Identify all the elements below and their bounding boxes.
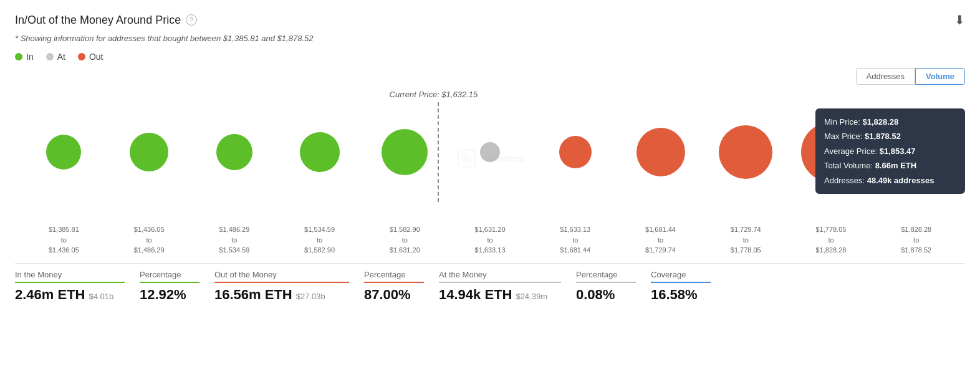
stat-pct-at: Percentage 0.08% [576,270,651,303]
legend-dot-in [15,53,22,60]
bubble-col-2 [191,134,277,170]
stat-underline-in [15,282,125,283]
bubble-3 [300,132,340,172]
bubble-col-0 [21,135,107,170]
stat-value-pct-out: 87.00% [364,287,424,303]
stat-value-in: 2.46m ETH $4.01b [15,287,125,303]
stat-label-out: Out of the Money [214,270,349,279]
stat-label-at: At the Money [439,270,561,279]
tooltip-box: Min Price: $1,828.28 Max Price: $1,878.5… [815,108,965,194]
stat-coverage: Coverage 16.58% [651,270,726,303]
labels-row: $1,385.81 to $1,436.05 $1,436.05 to $1,4… [15,224,965,256]
stat-value-coverage: 16.58% [651,287,711,303]
bubble-4 [382,129,428,175]
stats-row: In the Money 2.46m ETH $4.01b Percentage… [15,270,965,303]
label-col-6: $1,633.13 to $1,681.44 [532,224,618,256]
legend-dot-at [46,53,54,60]
bubble-0 [46,135,81,170]
stat-pct-out: Percentage 87.00% [364,270,439,303]
tooltip-max-price: Max Price: $1,878.52 [824,129,956,143]
chart-title: In/Out of the Money Around Price [15,14,181,27]
label-col-7: $1,681.44 to $1,729.74 [618,224,703,256]
legend-label-out: Out [89,52,103,62]
current-price-label: Current Price: $1,632.15 [390,90,478,99]
main-container: In/Out of the Money Around Price ? ⬇ * S… [0,0,980,313]
controls-row: Addresses Volume [15,68,965,85]
label-col-10: $1,828.28 to $1,878.52 [873,224,959,256]
stat-out-of-money: Out of the Money 16.56m ETH $27.03b [214,270,364,303]
stat-label-pct-in: Percentage [140,270,199,279]
download-icon[interactable]: ⬇ [954,12,965,27]
stat-label-coverage: Coverage [651,270,711,279]
bubble-col-5 [448,142,533,162]
help-icon[interactable]: ? [186,14,197,26]
bubble-col-3 [277,132,362,172]
label-col-0: $1,385.81 to $1,436.05 [21,224,107,256]
addresses-toggle[interactable]: Addresses [856,68,915,85]
bubble-6 [559,136,592,168]
stat-underline-out [214,282,349,283]
stat-underline-pct-in [140,282,199,283]
legend: In At Out [15,52,965,62]
legend-label-in: In [26,52,34,62]
label-col-3: $1,534.59 to $1,582.90 [277,224,362,256]
stat-label-pct-out: Percentage [364,270,424,279]
stat-at-money: At the Money 14.94k ETH $24.39m [439,270,576,303]
bubble-8 [719,125,772,179]
label-col-8: $1,729.74 to $1,778.05 [703,224,789,256]
bubble-col-7 [618,128,703,176]
header-row: In/Out of the Money Around Price ? ⬇ [15,12,965,27]
stat-label-pct-at: Percentage [576,270,636,279]
label-col-9: $1,778.05 to $1,828.28 [789,224,874,256]
divider [15,263,965,264]
tooltip-addresses: Addresses: 48.49k addresses [824,173,956,188]
stat-value-out: 16.56m ETH $27.03b [214,287,349,303]
tooltip-total-volume: Total Volume: 8.66m ETH [824,158,956,173]
bubble-2 [216,134,252,170]
label-col-2: $1,486.29 to $1,534.59 [191,224,277,256]
subtitle: * Showing information for addresses that… [15,34,965,43]
stat-value-at: 14.94k ETH $24.39m [439,287,561,303]
label-col-1: $1,436.05 to $1,486.29 [107,224,192,256]
stat-underline-pct-out [364,282,424,283]
legend-item-out: Out [78,52,103,62]
tooltip-avg-price: Average Price: $1,853.47 [824,144,956,158]
bubble-1 [130,133,168,171]
legend-label-at: At [57,52,65,62]
stat-value-pct-at: 0.08% [576,287,636,303]
legend-item-at: At [46,52,65,62]
volume-toggle[interactable]: Volume [915,68,965,85]
stat-in-the-money: In the Money 2.46m ETH $4.01b [15,270,140,303]
stat-value-pct-in: 12.92% [140,287,199,303]
stat-underline-pct-at [576,282,636,283]
chart-area: Current Price: $1,632.15 [15,90,965,227]
tooltip-min-price: Min Price: $1,828.28 [824,115,956,129]
stat-underline-at [439,282,561,283]
stat-underline-coverage [651,282,711,283]
bubble-col-8 [703,125,789,179]
stat-pct-in: Percentage 12.92% [140,270,214,303]
bubble-col-4 [362,129,448,175]
label-col-5: $1,631.20 to $1,633.13 [448,224,533,256]
bubble-5 [480,142,500,162]
bubble-col-1 [107,133,192,171]
legend-item-in: In [15,52,34,62]
legend-dot-out [78,53,85,60]
label-col-4: $1,582.90 to $1,631.20 [362,224,448,256]
bubble-7 [637,128,685,176]
stat-label-in: In the Money [15,270,125,279]
bubble-col-6 [532,136,618,168]
title-area: In/Out of the Money Around Price ? [15,14,197,27]
